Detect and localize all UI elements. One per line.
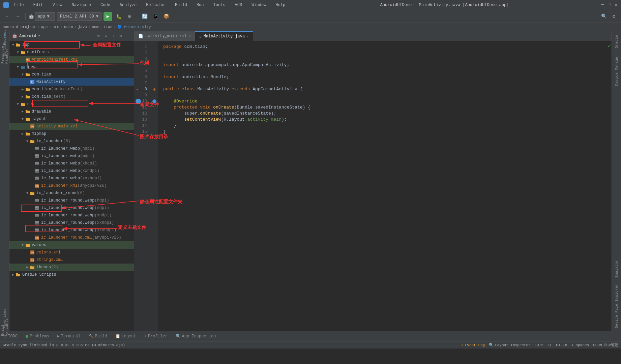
gutter-icons: ⚙: [151, 41, 158, 331]
app-dropdown[interactable]: app ▼: [35, 12, 55, 21]
tree-item-23[interactable]: ic_launcher_round.webp (mdpi): [9, 204, 134, 212]
tab-activity-main-xml[interactable]: 📄 activity_main.xml ✕: [134, 31, 195, 41]
device-manager-tab[interactable]: Device Manager: [613, 52, 620, 88]
tree-item-18[interactable]: ic_launcher.webp (xxhdpi): [9, 167, 134, 175]
menu-window[interactable]: Window: [249, 2, 269, 8]
tree-item-5[interactable]: ▼com.tian: [9, 71, 134, 78]
breadcrumb-main[interactable]: main: [64, 25, 73, 29]
panel-expand-btn[interactable]: ≡: [103, 33, 109, 39]
logcat-tab[interactable]: 📋 Logcat: [114, 334, 138, 339]
panel-dropdown-arrow[interactable]: ▼: [38, 34, 40, 38]
menu-navigate[interactable]: Navigate: [69, 2, 94, 8]
menu-analyze[interactable]: Analyze: [117, 2, 139, 8]
tree-item-32[interactable]: ▶Gradle Scripts: [9, 271, 134, 278]
profiler-tab[interactable]: ⚡ Profiler: [143, 334, 169, 339]
layout-inspector[interactable]: 🔍 Layout Inspector: [489, 343, 531, 347]
breadcrumb-mainactivity[interactable]: 🔵 MainActivity: [117, 25, 151, 29]
sdk-btn[interactable]: 📦: [162, 12, 171, 21]
breadcrumb-app[interactable]: app: [41, 25, 48, 29]
menu-help[interactable]: Help: [273, 2, 288, 8]
device-file-explorer-tab[interactable]: Device File Explorer: [613, 281, 620, 331]
android-dropdown-icon: 🤖: [12, 33, 17, 38]
maximize-btn[interactable]: □: [608, 2, 611, 8]
tree-item-30[interactable]: XMLstrings.xml: [9, 256, 134, 264]
close-btn[interactable]: ✕: [615, 2, 618, 8]
tree-item-20[interactable]: XMLic_launcher.xml (anydpi-v26): [9, 182, 134, 189]
line-separator[interactable]: LF: [548, 343, 552, 347]
tree-item-8[interactable]: ▶com.tian (test): [9, 93, 134, 100]
tree-item-6[interactable]: JMainActivity: [9, 78, 134, 86]
tree-item-22[interactable]: ic_launcher_round.webp (hdpi): [9, 197, 134, 204]
tree-item-15[interactable]: ic_launcher.webp (hdpi): [9, 145, 134, 152]
menu-edit[interactable]: Edit: [31, 2, 46, 8]
run-button[interactable]: ▶: [104, 12, 112, 21]
menu-vcs[interactable]: VCS: [232, 2, 245, 8]
encoding[interactable]: UTF-8: [556, 343, 567, 347]
menu-run[interactable]: Run: [194, 2, 207, 8]
panel-settings-btn[interactable]: ⚙: [118, 33, 124, 39]
menu-file[interactable]: File: [11, 2, 27, 8]
sidebar-buildvariants-tab[interactable]: Build Variants: [1, 324, 8, 331]
device-dropdown[interactable]: Pixel 2 API 30 ▼: [57, 12, 101, 21]
appinspection-tab[interactable]: 🔍 App Inspection: [174, 334, 217, 339]
tree-item-10[interactable]: ▶drawable: [9, 108, 134, 115]
problems-tab[interactable]: Problems: [24, 334, 51, 339]
tree-item-31[interactable]: ▶themes (2): [9, 264, 134, 271]
tree-item-29[interactable]: XMLcolors.xml: [9, 249, 134, 256]
sync-btn[interactable]: 🔄: [140, 12, 149, 21]
breadcrumb-java[interactable]: java: [78, 25, 87, 29]
tree-item-1[interactable]: ▼app: [9, 41, 134, 49]
tab-mainactivity-java[interactable]: ☕ MainActivity.java ✕: [195, 31, 253, 41]
code-area[interactable]: package com.tian; import androidx.appcom…: [158, 41, 607, 331]
tree-item-7[interactable]: ▶com.tian (androidTest): [9, 86, 134, 93]
tree-item-9[interactable]: ▼res: [9, 100, 134, 108]
toolbar-back-btn[interactable]: ←: [3, 12, 11, 21]
minimize-btn[interactable]: ─: [601, 2, 604, 8]
tree-item-25[interactable]: ic_launcher_round.webp (xxhdpi): [9, 219, 134, 226]
toolbar-forward-btn[interactable]: →: [13, 12, 22, 21]
editor-content: 1 2 3 4 5 6 7 ● 8 9 10 11 12 13 14: [134, 41, 612, 331]
menu-build[interactable]: Build: [172, 2, 190, 8]
build-tab[interactable]: 🔨 Build: [87, 334, 109, 339]
breadcrumb-android-project[interactable]: android_project: [3, 25, 36, 29]
panel-collapse-btn[interactable]: ↑: [110, 33, 116, 39]
breadcrumb-src[interactable]: src: [53, 25, 59, 29]
breadcrumb-com[interactable]: com: [92, 25, 99, 29]
search-everywhere-btn[interactable]: 🔍: [599, 12, 608, 21]
tree-item-19[interactable]: ic_launcher.webp (xxxhdpi): [9, 175, 134, 182]
tab-xml-close[interactable]: ✕: [188, 34, 190, 38]
menu-refactor[interactable]: Refactor: [143, 2, 168, 8]
tree-item-14[interactable]: ▼ic_launcher (6): [9, 138, 134, 145]
terminal-tab[interactable]: ▶ Terminal: [56, 334, 82, 339]
tab-java-close[interactable]: ✕: [247, 34, 249, 38]
avd-btn[interactable]: 📱: [151, 12, 160, 21]
menu-code[interactable]: Code: [98, 2, 113, 8]
tree-item-11[interactable]: ▼layout: [9, 115, 134, 123]
tree-item-21[interactable]: ▼ic_launcher_round (6): [9, 189, 134, 197]
menu-view[interactable]: View: [50, 2, 65, 8]
debug-button[interactable]: 🐛: [114, 12, 123, 21]
sidebar-resourcemgr-tab[interactable]: Resource Manager: [1, 51, 8, 59]
panel-hide-btn[interactable]: ─: [125, 33, 131, 39]
tree-item-26[interactable]: ic_launcher_round.webp (xxxhdpi): [9, 226, 134, 234]
gradle-tab[interactable]: Gradle: [613, 32, 620, 51]
tree-item-16[interactable]: ic_launcher.webp (mdpi): [9, 152, 134, 160]
profile-button[interactable]: ⚙: [125, 12, 134, 21]
tree-item-28[interactable]: ▼values: [9, 241, 134, 249]
breadcrumb-tian[interactable]: tian: [104, 25, 112, 29]
tree-item-2[interactable]: ▼manifests: [9, 49, 134, 56]
settings-btn[interactable]: ⚙: [610, 12, 618, 21]
tree-item-24[interactable]: ic_launcher_round.webp (xhdpi): [9, 212, 134, 219]
menu-tools[interactable]: Tools: [211, 2, 228, 8]
tree-item-12[interactable]: XMLactivity_main.xml: [9, 123, 134, 130]
event-log[interactable]: ⚠ Event Log: [461, 343, 485, 347]
emulator-tab[interactable]: Emulator: [613, 257, 620, 280]
tree-item-27[interactable]: XMLic_launcher_round.xml (anydpi-v26): [9, 234, 134, 241]
debug-marker-10: [136, 99, 141, 104]
tree-item-4[interactable]: ▼java: [9, 63, 134, 71]
panel-gear-btn[interactable]: ⚙: [95, 33, 101, 39]
tree-icon-18: [34, 168, 40, 174]
tree-item-13[interactable]: ▶mipmap: [9, 130, 134, 138]
tree-item-17[interactable]: ic_launcher.webp (xhdpi): [9, 160, 134, 167]
tree-item-3[interactable]: XMLAndroidManifest.xml: [9, 56, 134, 63]
